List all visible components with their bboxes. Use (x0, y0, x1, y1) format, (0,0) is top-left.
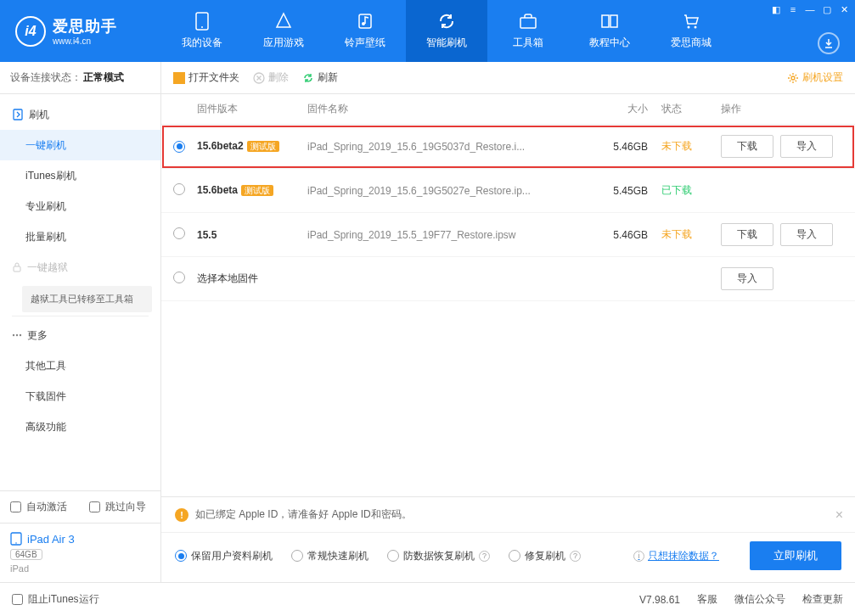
sidebar-item-advanced[interactable]: 高级功能 (0, 412, 160, 442)
support-link[interactable]: 客服 (697, 592, 717, 607)
svg-rect-7 (14, 109, 22, 120)
help-icon[interactable]: ? (479, 551, 490, 562)
svg-point-11 (20, 334, 21, 336)
local-firmware-label: 选择本地固件 (197, 272, 258, 284)
open-folder-button[interactable]: 打开文件夹 (173, 70, 239, 85)
sidebar-item-batch[interactable]: 批量刷机 (0, 221, 160, 252)
warning-bar: ! 如已绑定 Apple ID，请准备好 Apple ID和密码。 × (161, 497, 855, 532)
lock-icon (12, 261, 22, 273)
flash-options: 保留用户资料刷机 常规快速刷机 防数据恢复刷机? 修复刷机? i只想抹除数据？ … (161, 532, 855, 582)
col-status: 状态 (648, 102, 707, 116)
book-icon (600, 12, 619, 31)
sidebar-item-other-tools[interactable]: 其他工具 (0, 350, 160, 381)
download-button[interactable]: 下载 (721, 223, 773, 246)
refresh-button[interactable]: 刷新 (302, 70, 338, 85)
svg-point-6 (695, 26, 697, 29)
table-header: 固件版本 固件名称 大小 状态 操作 (161, 94, 855, 125)
import-local-button[interactable]: 导入 (721, 267, 773, 290)
download-button[interactable]: 下载 (721, 135, 773, 158)
nav-toolbox[interactable]: 工具箱 (487, 0, 569, 62)
svg-point-9 (13, 334, 14, 336)
maximize-icon[interactable]: ▢ (821, 3, 833, 15)
beta-badge: 测试版 (241, 185, 273, 196)
close-icon[interactable]: ✕ (838, 3, 850, 15)
firmware-name: iPad_Spring_2019_15.5_19F77_Restore.ipsw (307, 229, 587, 241)
local-radio[interactable] (173, 272, 185, 283)
flash-icon (12, 109, 24, 120)
nav-my-device[interactable]: 我的设备 (161, 0, 243, 62)
toolbar: 打开文件夹 删除 刷新 刷机设置 (161, 62, 855, 94)
info-icon: i (633, 551, 644, 562)
skip-guide-checkbox[interactable] (89, 501, 100, 512)
sidebar-item-itunes[interactable]: iTunes刷机 (0, 160, 160, 191)
device-capacity: 64GB (10, 549, 42, 560)
col-ops: 操作 (707, 102, 843, 116)
sidebar-item-pro[interactable]: 专业刷机 (0, 191, 160, 221)
opt-repair[interactable]: 修复刷机? (509, 549, 581, 563)
firmware-size: 5.46GB (587, 229, 648, 241)
sidebar-item-download-fw[interactable]: 下载固件 (0, 381, 160, 412)
firmware-size: 5.46GB (587, 141, 648, 153)
svg-point-5 (688, 26, 690, 29)
opt-anti-recovery[interactable]: 防数据恢复刷机? (387, 549, 490, 563)
tablet-icon (10, 532, 22, 546)
opt-normal[interactable]: 常规快速刷机 (291, 549, 368, 563)
svg-rect-4 (520, 18, 536, 28)
opt-keep-data[interactable]: 保留用户资料刷机 (175, 549, 273, 563)
nav-ringtone[interactable]: 铃声壁纸 (324, 0, 406, 62)
minimize-icon[interactable]: — (804, 3, 816, 15)
app-header: i4 爱思助手 www.i4.cn 我的设备 应用游戏 铃声壁纸 智能刷机 工具… (0, 0, 855, 62)
device-card[interactable]: iPad Air 3 64GB iPad (0, 523, 160, 582)
svg-rect-8 (14, 266, 20, 272)
col-name: 固件名称 (307, 102, 587, 116)
more-icon (12, 330, 22, 340)
nav-store[interactable]: 爱思商城 (650, 0, 732, 62)
row-radio[interactable] (173, 227, 185, 239)
nav-tutorial[interactable]: 教程中心 (569, 0, 650, 62)
refresh-icon (437, 12, 456, 31)
help-icon[interactable]: ? (570, 551, 581, 562)
jailbreak-note: 越狱工具已转移至工具箱 (22, 286, 152, 312)
import-button[interactable]: 导入 (780, 135, 833, 158)
table-row[interactable]: 15.6beta测试版iPad_Spring_2019_15.6_19G5027… (161, 169, 855, 213)
row-radio[interactable] (173, 183, 185, 195)
logo-area: i4 爱思助手 www.i4.cn (0, 0, 161, 62)
nav-flash[interactable]: 智能刷机 (406, 0, 487, 62)
col-version: 固件版本 (197, 102, 307, 116)
wechat-link[interactable]: 微信公众号 (734, 592, 785, 607)
firmware-version: 15.6beta2 (197, 140, 244, 152)
toolbox-icon (519, 12, 537, 31)
auto-activate-checkbox[interactable] (10, 501, 21, 512)
delete-button[interactable]: 删除 (253, 70, 289, 85)
flash-settings-button[interactable]: 刷机设置 (787, 70, 843, 85)
download-manager-icon[interactable] (818, 32, 840, 54)
firmware-size: 5.45GB (587, 185, 648, 197)
app-subtitle: www.i4.cn (53, 36, 117, 46)
warning-close-icon[interactable]: × (835, 507, 843, 523)
table-row[interactable]: 15.6beta2测试版iPad_Spring_2019_15.6_19G503… (161, 125, 855, 169)
apps-icon (274, 12, 293, 31)
warning-icon: ! (175, 508, 188, 522)
warning-text: 如已绑定 Apple ID，请准备好 Apple ID和密码。 (195, 507, 412, 522)
main-panel: 打开文件夹 删除 刷新 刷机设置 固件版本 固件名称 大小 状态 操作 15.6… (161, 62, 855, 582)
block-itunes-label: 阻止iTunes运行 (28, 592, 99, 607)
firmware-rows: 15.6beta2测试版iPad_Spring_2019_15.6_19G503… (161, 125, 855, 257)
start-flash-button[interactable]: 立即刷机 (750, 541, 841, 570)
cart-icon (682, 12, 700, 31)
block-itunes-checkbox[interactable] (12, 594, 23, 605)
beta-badge: 测试版 (247, 141, 279, 152)
sidebar-flash-root[interactable]: 刷机 (0, 99, 160, 130)
svg-point-15 (791, 76, 795, 80)
skin-icon[interactable]: ◧ (770, 3, 782, 15)
table-row[interactable]: 15.5iPad_Spring_2019_15.5_19F77_Restore.… (161, 213, 855, 257)
firmware-name: iPad_Spring_2019_15.6_19G5027e_Restore.i… (307, 185, 587, 197)
menu-icon[interactable]: ≡ (787, 3, 799, 15)
check-update-link[interactable]: 检查更新 (802, 592, 843, 607)
row-radio[interactable] (173, 141, 185, 153)
sidebar-more[interactable]: 更多 (0, 320, 160, 350)
erase-link[interactable]: i只想抹除数据？ (633, 549, 719, 563)
sidebar-item-oneclick[interactable]: 一键刷机 (0, 130, 160, 160)
nav-apps[interactable]: 应用游戏 (243, 0, 324, 62)
refresh-icon (302, 72, 314, 84)
import-button[interactable]: 导入 (780, 223, 833, 246)
